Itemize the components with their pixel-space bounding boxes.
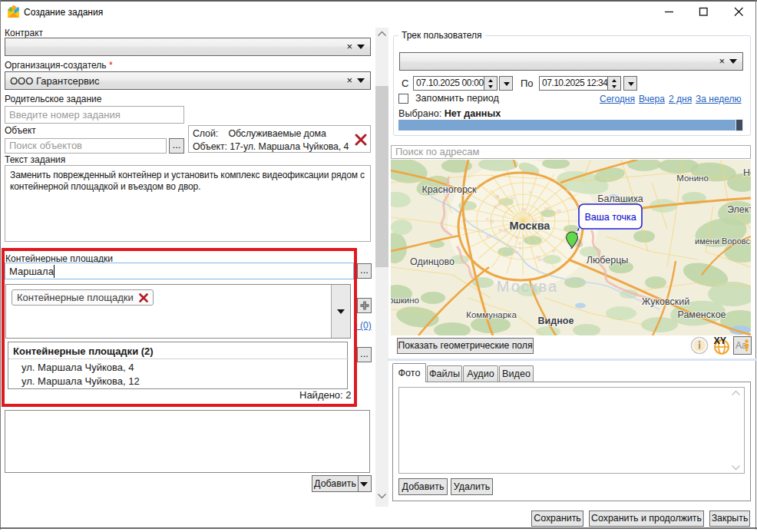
svg-text:Раменское: Раменское [677, 309, 726, 320]
svg-text:кошкино: кошкино [391, 296, 419, 305]
svg-text:Жуковский: Жуковский [642, 296, 689, 307]
svg-text:Люберцы: Люберцы [587, 255, 629, 266]
svg-text:Ваша точка: Ваша точка [584, 212, 636, 223]
svg-text:XY: XY [714, 335, 727, 346]
svg-text:Москва: Москва [497, 278, 558, 295]
svg-text:Красногорск: Красногорск [421, 184, 477, 195]
svg-text:Видное: Видное [538, 316, 574, 326]
svg-text:имени Воровского: имени Воровского [695, 236, 751, 246]
svg-text:Одинцово: Одинцово [410, 256, 455, 267]
svg-text:Электроугли: Электроугли [727, 204, 751, 215]
svg-text:Балашиха: Балашиха [597, 193, 643, 204]
svg-text:Коммунарка: Коммунарка [466, 310, 517, 319]
svg-text:Ногинск: Ногинск [743, 167, 751, 178]
svg-text:Москва: Москва [510, 220, 551, 232]
svg-text:Монино: Монино [676, 173, 709, 183]
